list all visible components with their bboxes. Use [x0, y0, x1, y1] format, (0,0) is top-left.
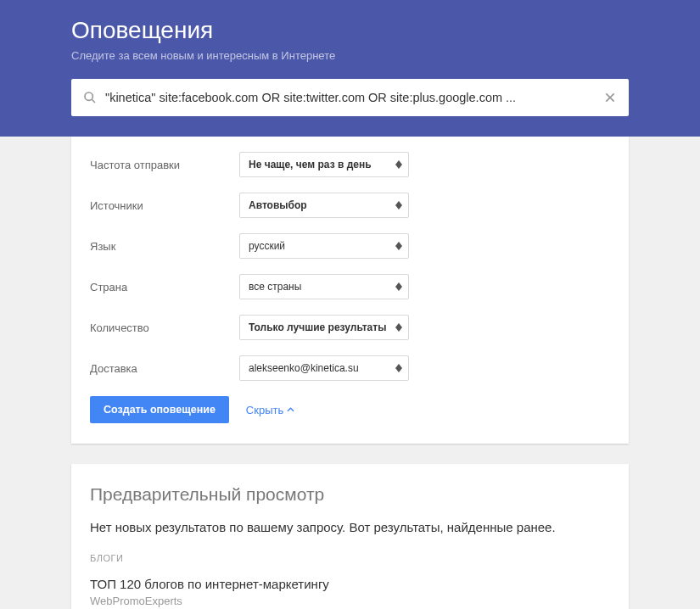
select-4[interactable]: Только лучшие результаты — [239, 315, 409, 340]
svg-line-1 — [92, 99, 95, 103]
select-1[interactable]: Автовыбор — [239, 193, 409, 218]
search-input[interactable] — [105, 91, 603, 104]
form-row: Языкрусский — [90, 233, 610, 259]
form-label: Частота отправки — [90, 159, 239, 171]
select-3[interactable]: все страны — [239, 274, 409, 299]
result-source: WebPromoExperts — [90, 595, 610, 607]
form-row: КоличествоТолько лучшие результаты — [90, 315, 610, 340]
form-row: Частота отправкиНе чаще, чем раз в день — [90, 152, 610, 177]
form-row: ИсточникиАвтовыбор — [90, 193, 610, 218]
form-label: Доставка — [90, 362, 239, 375]
preview-title: Предварительный просмотр — [90, 484, 610, 505]
select-5[interactable]: alekseenko@kinetica.su — [239, 355, 409, 381]
preview-card: Предварительный просмотр Нет новых резул… — [71, 464, 629, 609]
clear-icon[interactable] — [603, 91, 617, 104]
search-result: ТОП 120 блогов по интернет-маркетингу We… — [90, 577, 610, 609]
form-row: Странавсе страны — [90, 274, 610, 299]
search-bar — [71, 79, 629, 116]
settings-card: Частота отправкиНе чаще, чем раз в деньИ… — [71, 137, 629, 444]
page-title: Оповещения — [71, 17, 629, 44]
search-icon — [83, 91, 97, 104]
form-label: Язык — [90, 240, 239, 253]
form-row: Доставкаalekseenko@kinetica.su — [90, 355, 610, 381]
result-title[interactable]: ТОП 120 блогов по интернет-маркетингу — [90, 577, 610, 591]
page-subtitle: Следите за всем новым и интересным в Инт… — [71, 49, 629, 62]
create-alert-button[interactable]: Создать оповещение — [90, 396, 229, 423]
select-2[interactable]: русский — [239, 233, 409, 259]
form-label: Количество — [90, 321, 239, 334]
select-0[interactable]: Не чаще, чем раз в день — [239, 152, 409, 177]
hide-label: Скрыть — [246, 404, 283, 416]
svg-point-0 — [85, 92, 92, 100]
form-label: Источники — [90, 199, 239, 212]
preview-message: Нет новых результатов по вашему запросу.… — [90, 520, 610, 534]
preview-section-label: БЛОГИ — [90, 553, 610, 563]
chevron-up-icon — [287, 407, 294, 412]
hide-link[interactable]: Скрыть — [246, 404, 294, 416]
form-label: Страна — [90, 281, 239, 293]
header: Оповещения Следите за всем новым и интер… — [0, 0, 700, 137]
